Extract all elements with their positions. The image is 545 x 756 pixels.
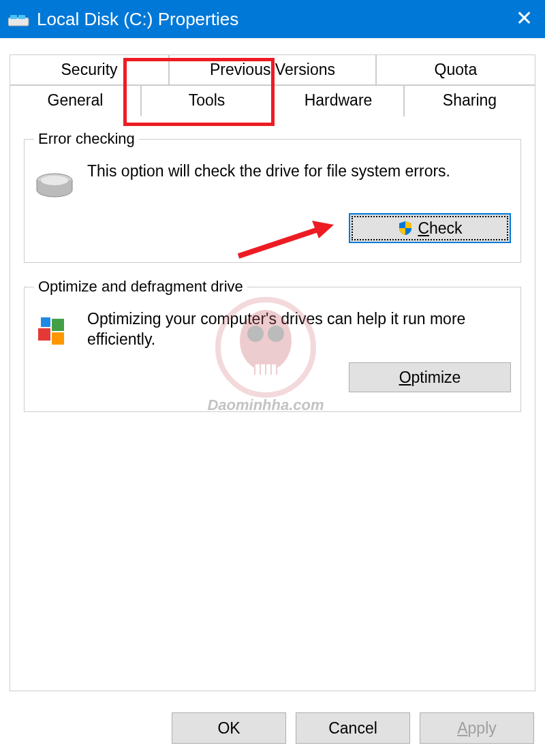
legend-optimize: Optimize and defragment drive: [34, 278, 247, 296]
tab-sharing[interactable]: Sharing: [404, 85, 535, 116]
cancel-button[interactable]: Cancel: [296, 712, 410, 744]
apply-button[interactable]: Apply: [420, 712, 534, 744]
svg-point-4: [41, 176, 68, 185]
tab-tools[interactable]: Tools: [141, 85, 272, 116]
uac-shield-icon: [397, 220, 414, 236]
tab-previous-versions[interactable]: Previous Versions: [169, 54, 376, 85]
tab-strip: Security Previous Versions Quota General…: [10, 54, 535, 116]
svg-rect-8: [41, 317, 50, 327]
optimize-button-label: Optimize: [399, 368, 461, 387]
optimize-button[interactable]: Optimize: [349, 362, 511, 392]
tab-hardware[interactable]: Hardware: [272, 85, 404, 116]
window-title: Local Disk (C:) Properties: [37, 9, 238, 30]
drive-icon: [8, 11, 30, 27]
optimize-description: Optimizing your computer's drives can he…: [87, 309, 511, 350]
dialog-button-row: OK Cancel Apply: [172, 712, 534, 744]
hard-drive-icon: [34, 170, 75, 201]
check-button[interactable]: Check: [349, 213, 511, 243]
apply-button-label: Apply: [457, 719, 497, 738]
tab-security[interactable]: Security: [10, 54, 169, 85]
tab-panel-tools: Error checking This option will check th…: [10, 116, 535, 691]
tab-row-2: General Tools Hardware Sharing: [10, 85, 535, 116]
titlebar: Local Disk (C:) Properties ✕: [0, 0, 545, 38]
group-optimize: Optimize and defragment drive Optimizing…: [24, 278, 521, 412]
group-error-checking: Error checking This option will check th…: [24, 130, 521, 263]
error-checking-description: This option will check the drive for fil…: [87, 161, 511, 182]
svg-rect-7: [52, 332, 64, 345]
defrag-icon: [34, 312, 75, 350]
dialog-content: Security Previous Versions Quota General…: [0, 38, 545, 691]
svg-rect-6: [52, 319, 64, 331]
svg-rect-1: [10, 15, 17, 19]
ok-button[interactable]: OK: [172, 712, 286, 744]
tab-row-1: Security Previous Versions Quota: [10, 54, 535, 85]
tab-quota[interactable]: Quota: [376, 54, 535, 85]
check-button-label: Check: [418, 219, 462, 238]
legend-error-checking: Error checking: [34, 130, 139, 148]
tab-general[interactable]: General: [10, 85, 141, 116]
close-button[interactable]: ✕: [516, 8, 533, 29]
svg-rect-2: [18, 15, 25, 19]
svg-rect-5: [38, 328, 50, 341]
